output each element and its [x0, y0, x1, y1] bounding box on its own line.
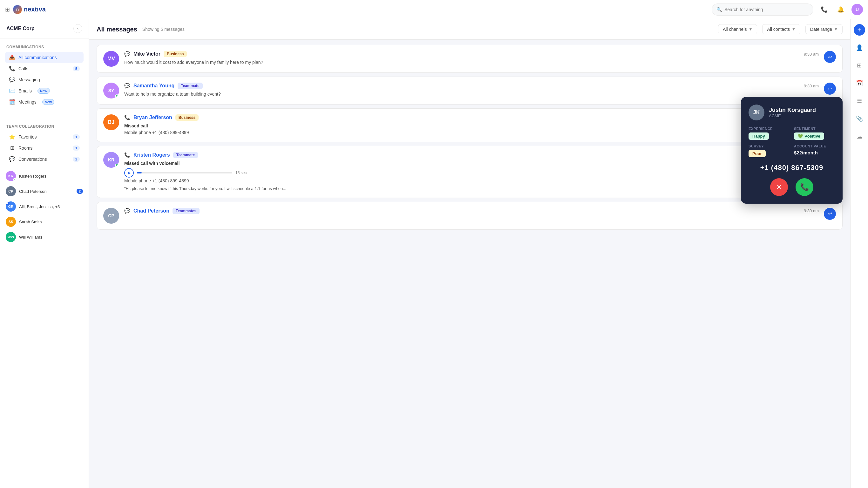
phone-number: Mobile phone +1 (480) 899-4899: [124, 178, 836, 184]
sender-name: Mike Victor: [133, 51, 160, 57]
notifications-button[interactable]: 🔔: [835, 4, 846, 15]
online-indicator: [115, 94, 119, 98]
list-rail-icon[interactable]: ☰: [854, 95, 865, 107]
message-avatar-chad: CP: [103, 208, 119, 224]
message-card-kristen-rogers[interactable]: KR 📞 Kristen Rogers Teammate Missed call…: [97, 146, 843, 198]
page-title: All messages: [97, 26, 137, 33]
conversations-badge: 2: [73, 157, 80, 162]
decline-call-button[interactable]: ✕: [770, 178, 788, 196]
message-body: Missed call Mobile phone +1 (480) 899-48…: [124, 123, 836, 136]
collapse-sidebar-button[interactable]: ‹: [73, 24, 82, 33]
contact-rail-icon[interactable]: 👤: [854, 42, 865, 53]
avatar-initials: BJ: [108, 119, 114, 125]
message-card-samantha-young[interactable]: SY 💬 Samantha Young Teammate 9:30 am Wan…: [97, 77, 843, 104]
main-header: All messages Showing 5 messages All chan…: [89, 19, 850, 40]
sidebar-item-meetings[interactable]: 🗓️ Meetings New: [5, 96, 84, 108]
business-badge: Business: [175, 114, 198, 121]
survey-label: SURVEY: [748, 144, 789, 148]
call-type-icon: 📞: [124, 115, 130, 120]
attachment-rail-icon[interactable]: 📎: [854, 113, 865, 125]
sentiment-value: 💚 Positive: [794, 132, 824, 140]
all-contacts-filter[interactable]: All contacts ▼: [762, 24, 800, 34]
sidebar-header: ACME Corp ‹: [0, 19, 89, 38]
message-content: 💬 Chad Peterson Teammates 9:30 am: [124, 208, 819, 216]
logo[interactable]: n nextiva: [13, 5, 46, 14]
phone-nav-button[interactable]: 📞: [818, 4, 830, 15]
message-card-bryan-jefferson[interactable]: BJ 📞 Bryan Jefferson Business Missed cal…: [97, 108, 843, 142]
voicemail-transcript: "Hi, please let me know if this Thursday…: [124, 186, 836, 192]
communications-section: Communications 📥 All communications 📞 Ca…: [0, 38, 89, 110]
reply-button[interactable]: ↩: [824, 83, 836, 95]
sidebar-item-all-communications[interactable]: 📥 All communications: [5, 52, 84, 63]
accept-call-button[interactable]: 📞: [796, 178, 813, 196]
message-card-mike-victor[interactable]: MV 💬 Mike Victor Business 9:30 am How mu…: [97, 45, 843, 73]
grid-icon[interactable]: ⊞: [5, 6, 10, 13]
conv-item-sarah[interactable]: SS Sarah Smith: [3, 214, 86, 230]
conv-avatar-group: GR 5: [6, 202, 16, 212]
popup-contact-details: Justin Korsgaard ACME: [769, 107, 816, 118]
sidebar-item-conversations[interactable]: 💬 Conversations 2: [5, 153, 84, 164]
message-card-chad-peterson[interactable]: CP 💬 Chad Peterson Teammates 9:30 am ↩: [97, 202, 843, 230]
message-content: 💬 Samantha Young Teammate 9:30 am Want t…: [124, 83, 819, 97]
sidebar-item-label: Calls: [19, 66, 28, 71]
message-header: 📞 Kristen Rogers Teammate: [124, 152, 836, 158]
main-content: All messages Showing 5 messages All chan…: [89, 19, 850, 488]
conv-item-group[interactable]: GR 5 Alli, Brent, Jessica, +3: [3, 199, 86, 214]
play-voicemail-button[interactable]: ▶: [124, 168, 134, 178]
conv-item-chad[interactable]: CP Chad Peterson 2: [3, 184, 86, 199]
message-type-icon: 💬: [124, 208, 130, 214]
grid-rail-icon[interactable]: ⊞: [854, 60, 865, 71]
favorites-badge: 1: [73, 134, 80, 140]
popup-phone-number: +1 (480) 867-5309: [748, 163, 835, 172]
sidebar-item-label: Messaging: [19, 77, 40, 82]
popup-call-actions: ✕ 📞: [748, 178, 835, 196]
call-popup: JK Justin Korsgaard ACME EXPERIENCE Happ…: [741, 97, 843, 204]
reply-button[interactable]: ↩: [824, 208, 836, 220]
reply-button[interactable]: ↩: [824, 51, 836, 63]
team-section: Team collaboration ⭐ Favorites 1 ⊞ Rooms…: [0, 118, 89, 167]
conv-name: Alli, Brent, Jessica, +3: [19, 204, 83, 209]
message-type-icon: 💬: [124, 51, 130, 57]
message-time: 9:30 am: [804, 52, 819, 57]
conv-avatar-chad: CP: [6, 186, 16, 196]
message-header: 💬 Chad Peterson Teammates 9:30 am: [124, 208, 819, 214]
logo-icon: n: [13, 5, 22, 14]
conv-item-will[interactable]: WW Will Williams: [3, 230, 86, 245]
add-button[interactable]: +: [854, 24, 865, 36]
meetings-icon: 🗓️: [9, 99, 15, 105]
sidebar-item-emails[interactable]: ✉️ Emails New: [5, 85, 84, 96]
calls-badge: 5: [73, 66, 80, 71]
audio-progress-bar: [137, 172, 232, 174]
emails-icon: ✉️: [9, 88, 15, 94]
call-type-icon: 📞: [124, 152, 130, 158]
right-rail: + 👤 ⊞ 📅 ☰ 📎 ☁: [850, 19, 868, 488]
sentiment-label: SENTIMENT: [794, 127, 835, 130]
message-time: 9:30 am: [804, 84, 819, 88]
search-input[interactable]: [724, 7, 809, 12]
voicemail-row: ▶ 15 sec: [124, 168, 836, 178]
sidebar-item-label: Rooms: [19, 146, 32, 151]
nav-actions: 📞 🔔 U: [818, 4, 863, 15]
date-range-filter[interactable]: Date range ▼: [805, 24, 843, 34]
sidebar-divider: [5, 114, 84, 114]
all-channels-filter[interactable]: All channels ▼: [718, 24, 757, 34]
favorites-icon: ⭐: [9, 134, 15, 140]
logo-label: nextiva: [24, 6, 46, 13]
experience-label: EXPERIENCE: [748, 127, 789, 130]
filter-label: Date range: [810, 27, 832, 32]
calendar-rail-icon[interactable]: 📅: [854, 78, 865, 89]
company-name: ACME Corp: [6, 26, 35, 31]
sidebar-item-favorites[interactable]: ⭐ Favorites 1: [5, 131, 84, 142]
message-content: 💬 Mike Victor Business 9:30 am How much …: [124, 51, 819, 66]
cloud-rail-icon[interactable]: ☁: [854, 131, 865, 142]
search-bar[interactable]: 🔍: [712, 3, 813, 16]
conv-item-kristen[interactable]: KR Kristen Rogers: [3, 169, 86, 184]
chevron-down-icon: ▼: [748, 27, 752, 31]
sidebar-item-label: All communications: [19, 55, 57, 60]
user-avatar[interactable]: U: [851, 4, 863, 15]
sidebar-item-messaging[interactable]: 💬 Messaging: [5, 74, 84, 85]
sidebar-item-rooms[interactable]: ⊞ Rooms 1: [5, 142, 84, 153]
sidebar-item-calls[interactable]: 📞 Calls 5: [5, 63, 84, 74]
survey-value: Poor: [748, 150, 766, 157]
conv-name: Sarah Smith: [19, 219, 83, 224]
